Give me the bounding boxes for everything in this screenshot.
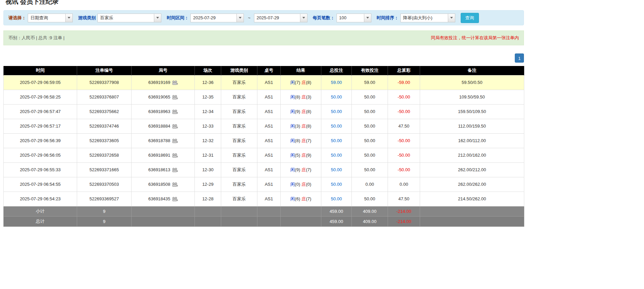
chevron-down-icon[interactable] <box>364 14 371 22</box>
cell-payout: -50.00 <box>388 90 420 104</box>
total-bet-link[interactable]: 59.00 <box>331 80 342 85</box>
date-from-combo[interactable]: 2025-07-29 <box>190 14 244 22</box>
page-size-value[interactable]: 100 <box>337 14 364 22</box>
cell-time: 2025-07-29 06:54:23 <box>4 192 77 206</box>
result-banker-score: (8) <box>306 124 312 129</box>
round-number: 636918884 <box>148 124 170 129</box>
cell-payout: -50.00 <box>388 104 420 119</box>
sort-value[interactable]: 降幂(由大到小) <box>401 14 448 22</box>
result-banker-score: (3) <box>306 94 312 99</box>
grand-total-total-bet: 459.00 <box>321 216 352 226</box>
cell-valid-bet: 50.00 <box>352 119 388 133</box>
date-to-combo[interactable]: 2025-07-29 <box>254 14 307 22</box>
result-player-score: (8) <box>295 94 300 99</box>
cell-bet-id: 522693369527 <box>77 192 132 206</box>
sort-label: 时间排序： <box>377 15 399 21</box>
cell-result: 闲(6)庄(7) <box>281 192 321 206</box>
video-icon[interactable] <box>172 182 178 187</box>
result-player: 闲 <box>291 138 295 143</box>
result-player: 闲 <box>291 80 295 85</box>
grand-total-count: 9 <box>77 216 132 226</box>
result-banker: 庄 <box>302 80 306 85</box>
chevron-down-icon[interactable] <box>448 14 455 22</box>
game-type-combo[interactable]: 百家乐 <box>97 14 161 22</box>
result-player-score: (9) <box>295 109 300 114</box>
cell-bet-id: 522693371665 <box>77 162 132 177</box>
video-icon[interactable] <box>172 153 178 158</box>
page-number-button[interactable]: 1 <box>515 53 524 63</box>
cell-bet-id: 522693372658 <box>77 148 132 162</box>
total-bet-link[interactable]: 50.00 <box>331 94 342 99</box>
cell-round-id: 636918435 <box>132 192 195 206</box>
chevron-down-icon[interactable] <box>236 14 244 22</box>
cell-round-id: 636918963 <box>132 104 195 119</box>
cell-session: 12-30 <box>195 162 221 177</box>
round-number: 636919169 <box>148 80 170 85</box>
total-bet-link[interactable]: 50.00 <box>331 138 342 143</box>
table-header-row: 时间注单编号局号场次游戏类别桌号结果总投注有效投注总派彩备注 <box>4 66 524 75</box>
round-number: 636918508 <box>148 182 170 187</box>
game-type-value[interactable]: 百家乐 <box>98 14 154 22</box>
cell-game-type: 百家乐 <box>221 148 257 162</box>
total-bet-link[interactable]: 50.00 <box>331 124 342 129</box>
subtotal-count: 9 <box>77 206 132 216</box>
cell-table-no: AS1 <box>257 192 281 206</box>
video-icon[interactable] <box>172 95 178 99</box>
cell-remark: 59.50/0.50 <box>420 75 524 90</box>
result-banker: 庄 <box>302 153 306 158</box>
video-icon[interactable] <box>172 139 178 143</box>
video-icon[interactable] <box>172 110 178 114</box>
cell-round-id: 636918508 <box>132 177 195 192</box>
pagination: 1 <box>3 53 524 63</box>
cell-game-type: 百家乐 <box>221 177 257 192</box>
result-player: 闲 <box>291 109 295 114</box>
column-header: 游戏类别 <box>221 66 257 75</box>
sort-combo[interactable]: 降幂(由大到小) <box>400 14 455 22</box>
search-button[interactable]: 查询 <box>461 13 479 23</box>
grand-total-empty-cell <box>221 216 257 226</box>
query-type-value[interactable]: 日期查询 <box>28 14 65 22</box>
chevron-down-icon[interactable] <box>154 14 161 22</box>
cell-valid-bet: 50.00 <box>352 148 388 162</box>
cell-table-no: AS1 <box>257 177 281 192</box>
cell-time: 2025-07-29 06:55:33 <box>4 162 77 177</box>
total-bet-link[interactable]: 50.00 <box>331 182 342 187</box>
total-bet-link[interactable]: 50.00 <box>331 153 342 158</box>
cell-total-bet: 50.00 <box>321 90 352 104</box>
currency-summary: 币别：人民币 | 总共 :9 注单 | <box>8 35 65 41</box>
cell-round-id: 636919065 <box>132 90 195 104</box>
date-to-value[interactable]: 2025-07-29 <box>254 14 300 22</box>
total-bet-link[interactable]: 50.00 <box>331 196 342 201</box>
chevron-down-icon[interactable] <box>300 14 307 22</box>
result-banker: 庄 <box>302 124 306 129</box>
total-bet-link[interactable]: 50.00 <box>331 109 342 114</box>
video-icon[interactable] <box>172 81 178 85</box>
info-bar: 币别：人民币 | 总共 :9 注单 | 同局有效投注，统一计算在该局第一张注单内 <box>3 30 524 45</box>
cell-round-id: 636918884 <box>132 119 195 133</box>
video-icon[interactable] <box>172 197 178 201</box>
date-from-value[interactable]: 2025-07-29 <box>191 14 236 22</box>
result-banker-score: (7) <box>306 167 312 172</box>
grand-total-empty-cell <box>132 216 195 226</box>
table-row: 2025-07-29 06:57:17522693374746636918884… <box>4 119 524 133</box>
grand-total-empty-cell <box>195 216 221 226</box>
column-header: 有效投注 <box>352 66 388 75</box>
page-container: 视讯 会员下注纪录 请选择： 日期查询 游戏类别 百家乐 时间区间： 2025-… <box>3 0 524 227</box>
total-bet-link[interactable]: 50.00 <box>331 167 342 172</box>
video-icon[interactable] <box>172 168 178 172</box>
cell-session: 12-28 <box>195 192 221 206</box>
cell-game-type: 百家乐 <box>221 162 257 177</box>
cell-payout: -59.00 <box>388 75 420 90</box>
cell-payout: -50.00 <box>388 133 420 148</box>
page-size-combo[interactable]: 100 <box>337 14 371 22</box>
cell-round-id: 636918691 <box>132 148 195 162</box>
query-type-combo[interactable]: 日期查询 <box>28 14 73 22</box>
cell-valid-bet: 50.00 <box>352 90 388 104</box>
cell-total-bet: 50.00 <box>321 104 352 119</box>
table-row: 2025-07-29 06:59:05522693377908636919169… <box>4 75 524 90</box>
chevron-down-icon[interactable] <box>65 14 72 22</box>
cell-remark: 159.50/109.50 <box>420 104 524 119</box>
table-row: 2025-07-29 06:54:55522693370503636918508… <box>4 177 524 192</box>
round-number: 636918613 <box>148 168 170 173</box>
video-icon[interactable] <box>172 124 178 129</box>
